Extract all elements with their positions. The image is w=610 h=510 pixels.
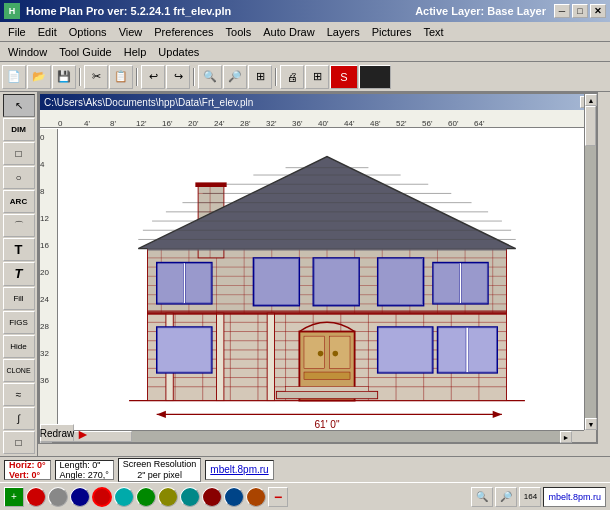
svg-rect-111 <box>469 328 497 372</box>
toolbar-zoom-in[interactable]: 🔍 <box>198 65 222 89</box>
scroll-down-button[interactable]: ▼ <box>585 418 597 430</box>
minimize-button[interactable]: ─ <box>554 4 570 18</box>
ruler-v-4: 4 <box>40 160 57 169</box>
toolbar-zoom-out[interactable]: 🔎 <box>223 65 247 89</box>
tool-hide[interactable]: Hide <box>3 335 35 358</box>
tool-arc[interactable]: ARC <box>3 190 35 213</box>
toolbar-open[interactable]: 📂 <box>27 65 51 89</box>
toolbar-print[interactable]: 🖨 <box>280 65 304 89</box>
bottom-site[interactable]: mbelt.8pm.ru <box>543 487 606 507</box>
color-dot-4[interactable] <box>92 487 112 507</box>
tool-clone[interactable]: CLONE <box>3 359 35 382</box>
zoom-btn-1[interactable]: 🔍 <box>471 487 493 507</box>
tool-figs[interactable]: FIGS <box>3 311 35 334</box>
color-green-button[interactable]: + <box>4 487 24 507</box>
site-text: mbelt.8pm.ru <box>210 464 268 475</box>
tool-fill[interactable]: Fill <box>3 287 35 310</box>
svg-rect-78 <box>379 259 423 305</box>
tool-line[interactable]: ⌒ <box>3 214 35 237</box>
ruler-mark-28: 28' <box>240 119 250 128</box>
svg-rect-99 <box>330 336 350 368</box>
menu-autodraw[interactable]: Auto Draw <box>257 24 320 40</box>
title-bar: H Home Plan Pro ver: 5.2.24.1 frt_elev.p… <box>0 0 610 22</box>
menu-view[interactable]: View <box>113 24 149 40</box>
tool-text[interactable]: T <box>3 238 35 261</box>
color-dot-5[interactable] <box>114 487 134 507</box>
menu-preferences[interactable]: Preferences <box>148 24 219 40</box>
toolbar-grid[interactable]: ⊞ <box>305 65 329 89</box>
ruler-mark-40: 40' <box>318 119 328 128</box>
menu-file[interactable]: File <box>2 24 32 40</box>
color-dot-7[interactable] <box>158 487 178 507</box>
ruler-mark-20: 20' <box>188 119 198 128</box>
menu-text[interactable]: Text <box>417 24 449 40</box>
menu-layers[interactable]: Layers <box>321 24 366 40</box>
menu-edit[interactable]: Edit <box>32 24 63 40</box>
menu-updates[interactable]: Updates <box>152 44 205 60</box>
house-canvas[interactable]: 61' 0" <box>58 129 596 442</box>
site-link[interactable]: mbelt.8pm.ru <box>205 460 273 480</box>
tool-rect[interactable]: □ <box>3 142 35 165</box>
toolbar-sep-1 <box>77 65 83 89</box>
ruler-v-16: 16 <box>40 241 57 250</box>
bottom-toolbar: + − 🔍 🔎 164 mbelt.8pm.ru <box>0 482 610 510</box>
menu-options[interactable]: Options <box>63 24 113 40</box>
color-dot-3[interactable] <box>70 487 90 507</box>
menu-help[interactable]: Help <box>118 44 153 60</box>
toolbar-extra[interactable] <box>359 65 391 89</box>
canvas-area[interactable]: C:\Users\Aks\Documents\hpp\Data\Frt_elev… <box>38 92 610 456</box>
tool-wave[interactable]: ≈ <box>3 383 35 406</box>
color-dot-2[interactable] <box>48 487 68 507</box>
main-area: ↖ DIM □ ○ ARC ⌒ T T Fill FIGS Hide CLONE… <box>0 92 610 456</box>
scroll-right-button[interactable]: ► <box>560 431 572 443</box>
menu-tools[interactable]: Tools <box>220 24 258 40</box>
left-toolbar: ↖ DIM □ ○ ARC ⌒ T T Fill FIGS Hide CLONE… <box>0 92 38 456</box>
color-dot-1[interactable] <box>26 487 46 507</box>
tool-text-outline[interactable]: T <box>3 262 35 285</box>
toolbar-new[interactable]: 📄 <box>2 65 26 89</box>
tool-dim[interactable]: DIM <box>3 118 35 141</box>
svg-rect-74 <box>314 259 358 305</box>
color-dot-10[interactable] <box>224 487 244 507</box>
color-dot-8[interactable] <box>180 487 200 507</box>
toolbar-undo[interactable]: ↩ <box>141 65 165 89</box>
svg-rect-116 <box>276 391 377 398</box>
scroll-up-button[interactable]: ▲ <box>585 94 597 106</box>
toolbar-copy[interactable]: 📋 <box>109 65 133 89</box>
length-value: Length: 0" <box>60 460 109 470</box>
svg-rect-100 <box>304 372 350 379</box>
ruler-mark-16: 16' <box>162 119 172 128</box>
vertical-scrollbar[interactable]: ▲ ▼ <box>584 94 596 430</box>
zoom-btn-3[interactable]: 164 <box>519 487 541 507</box>
ruler-v-20: 20 <box>40 268 57 277</box>
tool-circle[interactable]: ○ <box>3 166 35 189</box>
redraw-button[interactable]: Redraw <box>40 424 74 442</box>
scrollbar-corner <box>584 430 596 442</box>
color-dot-6[interactable] <box>136 487 156 507</box>
svg-rect-90 <box>267 313 274 400</box>
scroll-thumb-vertical[interactable] <box>585 106 596 146</box>
menu-pictures[interactable]: Pictures <box>366 24 418 40</box>
menu-window[interactable]: Window <box>2 44 53 60</box>
ruler-left: 0 4 8 12 16 20 24 28 32 36 <box>40 129 58 442</box>
ruler-mark-36: 36' <box>292 119 302 128</box>
tool-curve[interactable]: ∫ <box>3 407 35 430</box>
maximize-button[interactable]: □ <box>572 4 588 18</box>
minus-button[interactable]: − <box>268 487 288 507</box>
tool-box[interactable]: □ <box>3 431 35 454</box>
horizontal-scrollbar[interactable]: ◄ ► <box>40 430 584 442</box>
scroll-track-horizontal[interactable] <box>52 431 572 442</box>
toolbar-save[interactable]: 💾 <box>52 65 76 89</box>
toolbar-cut[interactable]: ✂ <box>84 65 108 89</box>
ruler-mark-0: 0 <box>58 119 62 128</box>
tool-select[interactable]: ↖ <box>3 94 35 117</box>
scroll-track-vertical[interactable] <box>585 106 596 418</box>
zoom-btn-2[interactable]: 🔎 <box>495 487 517 507</box>
close-button[interactable]: ✕ <box>590 4 606 18</box>
toolbar-zoom-fit[interactable]: ⊞ <box>248 65 272 89</box>
toolbar-snap[interactable]: S <box>330 65 358 89</box>
toolbar-redo[interactable]: ↪ <box>166 65 190 89</box>
menu-toolguide[interactable]: Tool Guide <box>53 44 118 60</box>
color-dot-11[interactable] <box>246 487 266 507</box>
color-dot-9[interactable] <box>202 487 222 507</box>
